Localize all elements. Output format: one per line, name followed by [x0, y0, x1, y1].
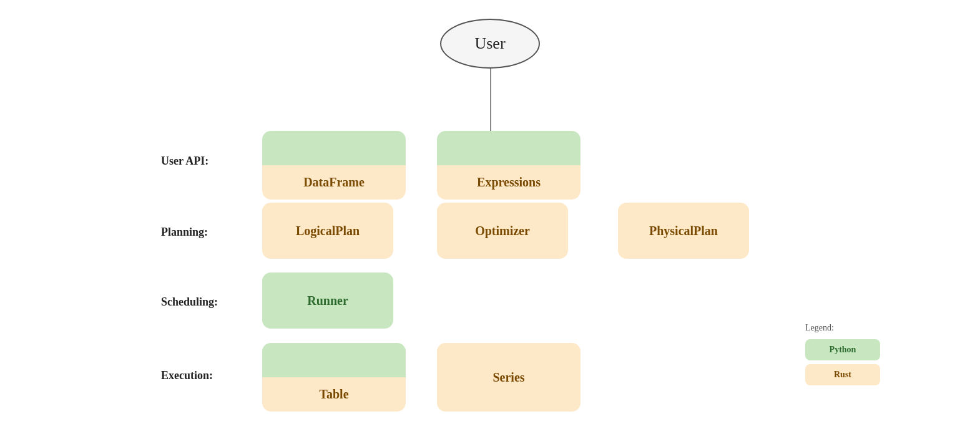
dataframe-bottom: DataFrame — [262, 165, 406, 200]
connector-line-user — [490, 69, 491, 131]
user-node: User — [440, 19, 540, 69]
legend-rust-label: Rust — [834, 370, 851, 380]
runner-label: Runner — [307, 294, 348, 308]
legend-rust: Rust — [805, 364, 880, 385]
box-table: Table — [262, 343, 406, 412]
diagram-container: User User API: DataFrame Expressions Pla… — [0, 0, 980, 429]
table-top — [262, 343, 406, 377]
legend: Legend: Python Rust — [805, 323, 880, 385]
box-logicalplan: LogicalPlan — [262, 203, 393, 259]
row-label-scheduling: Scheduling: — [161, 296, 218, 309]
optimizer-label: Optimizer — [475, 224, 530, 238]
series-label: Series — [492, 370, 524, 385]
logicalplan-label: LogicalPlan — [296, 224, 360, 238]
expressions-label: Expressions — [477, 175, 541, 190]
legend-title: Legend: — [805, 323, 880, 333]
row-label-user-api: User API: — [161, 155, 208, 168]
legend-python-label: Python — [830, 345, 856, 355]
table-label: Table — [319, 387, 348, 402]
box-runner: Runner — [262, 272, 393, 329]
physicalplan-label: PhysicalPlan — [649, 224, 718, 238]
dataframe-top — [262, 131, 406, 165]
user-label: User — [474, 34, 505, 53]
row-label-execution: Execution: — [161, 369, 213, 382]
row-label-planning: Planning: — [161, 226, 208, 239]
box-expressions: Expressions — [437, 131, 581, 200]
dataframe-label: DataFrame — [303, 175, 365, 190]
expressions-bottom: Expressions — [437, 165, 581, 200]
expressions-top — [437, 131, 581, 165]
box-series: Series — [437, 343, 581, 412]
box-dataframe: DataFrame — [262, 131, 406, 200]
box-physicalplan: PhysicalPlan — [618, 203, 749, 259]
legend-python: Python — [805, 339, 880, 360]
table-bottom: Table — [262, 377, 406, 412]
box-optimizer: Optimizer — [437, 203, 568, 259]
